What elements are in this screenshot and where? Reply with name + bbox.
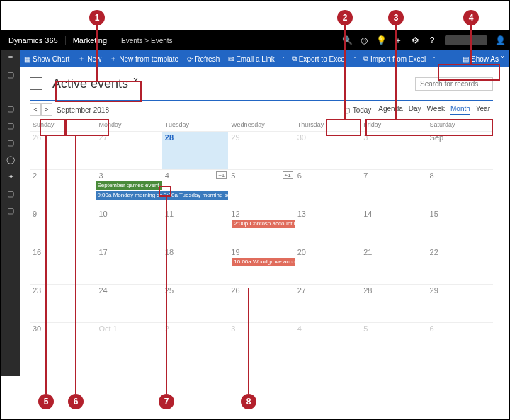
calendar-cell-today[interactable]: 28 xyxy=(162,131,228,169)
callout-1: 1 xyxy=(89,10,105,25)
show-chart-button[interactable]: ▦ Show Chart xyxy=(20,55,74,63)
calendar-cell[interactable]: Sep 1 xyxy=(427,131,493,169)
brand-label: Dynamics 365 xyxy=(1,36,65,45)
add-icon[interactable]: ＋ xyxy=(390,35,407,47)
day-header: Monday xyxy=(96,118,162,131)
calendar-cell[interactable]: 14 xyxy=(361,208,426,246)
calendar-cell[interactable]: 27 xyxy=(295,284,361,322)
calendar-cell[interactable]: 3 September games event 9:00a Monday mor… xyxy=(96,169,162,208)
export-excel-chevron-icon[interactable]: ˅ xyxy=(351,56,359,62)
day-header: Friday xyxy=(361,118,426,131)
rail-item-4[interactable]: ▢ xyxy=(6,138,16,148)
rail-item-7[interactable]: ▢ xyxy=(6,189,16,199)
tab-month[interactable]: Month xyxy=(450,105,470,115)
event-bar[interactable]: 2:00p Contoso account revi... xyxy=(232,220,294,228)
rail-item-2[interactable]: ▢ xyxy=(6,104,16,114)
tab-year[interactable]: Year xyxy=(476,105,490,115)
calendar-cell[interactable]: 22 xyxy=(427,246,493,284)
rail-item-8[interactable]: ▢ xyxy=(6,206,16,216)
month-nav: < > xyxy=(30,103,52,116)
calendar-cell[interactable]: 12 2:00p Contoso account revi... xyxy=(228,208,294,246)
calendar-cell[interactable]: 27 xyxy=(96,131,162,169)
calendar-cell[interactable]: 10 xyxy=(96,208,162,246)
calendar-cell[interactable]: 25 xyxy=(162,284,228,322)
tab-day[interactable]: Day xyxy=(409,105,421,115)
calendar-cell[interactable]: 31 xyxy=(361,131,426,169)
calendar-cell[interactable]: 26 xyxy=(30,131,96,169)
more-events-button[interactable]: +1 xyxy=(283,171,293,179)
breadcrumb[interactable]: Events > Events xyxy=(114,37,180,45)
calendar-cell[interactable]: 29 xyxy=(228,131,294,169)
rail-item-3[interactable]: ▢ xyxy=(6,121,16,131)
callout-line xyxy=(75,136,76,394)
prev-month-button[interactable]: < xyxy=(30,103,41,116)
event-bar[interactable]: 10:00a Woodgrove account ... xyxy=(232,258,294,266)
calendar-cell[interactable]: 15 xyxy=(427,208,493,246)
calendar-cell[interactable]: 20 xyxy=(295,246,361,284)
avatar-icon[interactable]: 👤 xyxy=(492,35,509,45)
event-bar[interactable]: 9:30a Tuesday morning sess... xyxy=(162,191,228,200)
calendar-cell[interactable]: 21 xyxy=(361,246,426,284)
month-label[interactable]: September 2018 xyxy=(52,106,113,114)
calendar-cell[interactable]: 5 +1 xyxy=(228,169,294,208)
calendar-cell[interactable]: 30 xyxy=(30,322,96,361)
calendar-cell[interactable]: 30 xyxy=(295,131,361,169)
search-input[interactable] xyxy=(415,77,493,91)
rail-item-6[interactable]: ✦ xyxy=(6,172,16,182)
event-bar[interactable]: 9:00a Monday morning ses... xyxy=(96,191,162,200)
event-bar[interactable]: September games event xyxy=(96,181,162,190)
calendar-cell[interactable]: 2 xyxy=(30,169,96,208)
new-from-template-button[interactable]: ＋ New from template xyxy=(106,54,183,64)
assistant-icon[interactable]: 💡 xyxy=(373,35,390,45)
calendar-cell[interactable]: 6 xyxy=(427,322,493,361)
calendar-cell[interactable]: 9 xyxy=(30,208,96,246)
filter-icon[interactable]: ⚙ xyxy=(407,35,424,45)
calendar-cell[interactable]: Oct 1 xyxy=(96,322,162,361)
calendar-cell[interactable]: 3 xyxy=(228,322,294,361)
rail-item-more[interactable]: ⋯ xyxy=(6,87,16,97)
calendar-cell[interactable]: 2 xyxy=(162,322,228,361)
email-link-button[interactable]: ✉ Email a Link xyxy=(224,55,278,63)
user-menu[interactable] xyxy=(445,35,487,45)
calendar-grid: Sunday Monday Tuesday Wednesday Thursday… xyxy=(30,118,493,361)
calendar-cell[interactable]: 26 xyxy=(228,284,294,322)
next-month-button[interactable]: > xyxy=(41,103,52,116)
new-button[interactable]: ＋ New xyxy=(74,54,106,64)
import-excel-chevron-icon[interactable]: ˅ xyxy=(430,56,438,62)
day-header: Saturday xyxy=(427,118,493,131)
export-excel-button[interactable]: ⧉ Export to Excel xyxy=(288,55,351,63)
help-icon[interactable]: ? xyxy=(424,35,441,45)
calendar-cell[interactable]: 4 +1 9:30a Tuesday morning sess... xyxy=(162,169,228,208)
tab-week[interactable]: Week xyxy=(427,105,445,115)
calendar-cell[interactable]: 19 10:00a Woodgrove account ... xyxy=(228,246,294,284)
left-nav-rail: ≡ ▢ ⋯ ▢ ▢ ▢ ◯ ✦ ▢ ▢ xyxy=(1,50,20,376)
calendar-cell[interactable]: 6 xyxy=(295,169,361,208)
rail-item-5[interactable]: ◯ xyxy=(6,155,16,165)
calendar-cell[interactable]: 11 xyxy=(162,208,228,246)
show-as-button[interactable]: ▤ Show As ˅ xyxy=(458,55,509,63)
calendar-cell[interactable]: 29 xyxy=(427,284,493,322)
calendar-cell[interactable]: 24 xyxy=(96,284,162,322)
search-icon[interactable]: 🔍 xyxy=(339,35,356,45)
callout-line xyxy=(45,136,47,394)
calendar-cell[interactable]: 13 xyxy=(295,208,361,246)
calendar-cell[interactable]: 4 xyxy=(295,322,361,361)
calendar-cell[interactable]: 5 xyxy=(361,322,426,361)
rail-item-1[interactable]: ▢ xyxy=(6,70,16,80)
calendar-cell[interactable]: 16 xyxy=(30,246,96,284)
calendar-cell[interactable]: 18 xyxy=(162,246,228,284)
calendar-cell[interactable]: 17 xyxy=(96,246,162,284)
callout-5: 5 xyxy=(38,394,54,409)
rail-menu-icon[interactable]: ≡ xyxy=(6,53,16,63)
calendar-cell[interactable]: 23 xyxy=(30,284,96,322)
callout-line xyxy=(248,288,249,394)
calendar-cell[interactable]: 28 xyxy=(361,284,426,322)
tab-agenda[interactable]: Agenda xyxy=(378,105,402,115)
task-icon[interactable]: ◎ xyxy=(356,35,373,45)
command-bar: ▦ Show Chart ＋ New ＋ New from template ⟳… xyxy=(20,50,509,67)
calendar-cell[interactable]: 7 xyxy=(361,169,426,208)
email-link-chevron-icon[interactable]: ˅ xyxy=(279,56,288,62)
more-events-button[interactable]: +1 xyxy=(216,171,227,179)
refresh-button[interactable]: ⟳ Refresh xyxy=(183,55,224,63)
calendar-cell[interactable]: 8 xyxy=(427,169,493,208)
